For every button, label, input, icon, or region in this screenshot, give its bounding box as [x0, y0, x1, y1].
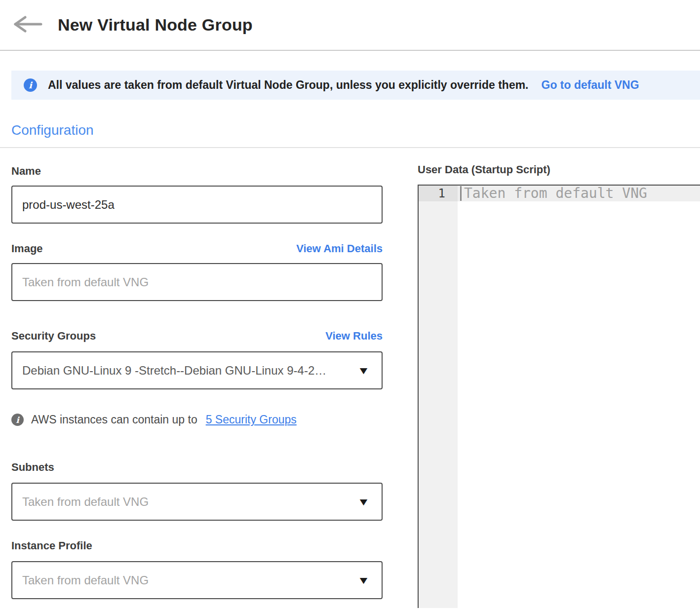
page-title: New Virtual Node Group	[58, 15, 253, 35]
security-groups-note: i AWS instances can contain up to 5 Secu…	[11, 413, 383, 426]
editor-placeholder-text: Taken from default VNG	[464, 186, 647, 201]
instance-profile-field: Instance Profile Taken from default VNG …	[11, 539, 383, 599]
chevron-down-icon: ▼	[357, 496, 370, 507]
chevron-down-icon: ▼	[357, 365, 370, 376]
image-input[interactable]	[11, 263, 383, 301]
back-button[interactable]	[11, 15, 43, 35]
security-groups-label: Security Groups	[11, 330, 96, 343]
info-banner: i All values are taken from default Virt…	[11, 71, 700, 100]
go-to-default-vng-link[interactable]: Go to default VNG	[542, 78, 639, 92]
form-left-column: Name Image View Ami Details Security Gro…	[11, 148, 383, 608]
subnets-dropdown[interactable]: Taken from default VNG ▼	[11, 483, 383, 521]
page-header: New Virtual Node Group	[0, 0, 700, 50]
image-label: Image	[11, 242, 43, 255]
chevron-down-icon: ▼	[357, 575, 370, 585]
view-ami-details-link[interactable]: View Ami Details	[296, 242, 383, 255]
instance-profile-label: Instance Profile	[11, 539, 383, 552]
configuration-form: Name Image View Ami Details Security Gro…	[0, 148, 700, 608]
subnets-placeholder: Taken from default VNG	[22, 495, 149, 509]
instance-profile-placeholder: Taken from default VNG	[22, 573, 149, 587]
security-groups-selected-value: Debian GNU-Linux 9 -Stretch--Debian GNU-…	[22, 364, 326, 378]
editor-line-number-gutter: 1	[419, 186, 458, 608]
user-data-label: User Data (Startup Script)	[418, 163, 700, 176]
instance-profile-dropdown[interactable]: Taken from default VNG ▼	[11, 561, 383, 599]
new-virtual-node-group-page: New Virtual Node Group i All values are …	[0, 0, 700, 610]
name-field: Name	[11, 165, 383, 224]
banner-message: All values are taken from default Virtua…	[48, 78, 529, 92]
name-label: Name	[11, 165, 383, 178]
security-groups-dropdown[interactable]: Debian GNU-Linux 9 -Stretch--Debian GNU-…	[11, 351, 383, 389]
form-right-column: User Data (Startup Script) 1 Taken from …	[418, 148, 700, 608]
editor-active-line: Taken from default VNG	[458, 186, 700, 201]
info-icon: i	[11, 414, 24, 426]
arrow-left-icon	[11, 14, 43, 36]
configuration-section-title: Configuration	[11, 122, 700, 138]
security-groups-note-text: AWS instances can contain up to	[31, 413, 197, 426]
text-cursor	[460, 186, 462, 201]
image-field: Image View Ami Details	[11, 242, 383, 301]
editor-line-number: 1	[419, 186, 458, 201]
user-data-editor[interactable]: 1 Taken from default VNG	[418, 185, 700, 608]
subnets-field: Subnets Taken from default VNG ▼	[11, 461, 383, 521]
security-groups-limit-link[interactable]: 5 Security Groups	[206, 413, 297, 426]
editor-code-area: Taken from default VNG	[458, 186, 700, 608]
security-groups-field: Security Groups View Rules Debian GNU-Li…	[11, 330, 383, 389]
header-divider	[0, 50, 700, 51]
name-input[interactable]	[11, 186, 383, 224]
view-rules-link[interactable]: View Rules	[325, 330, 383, 343]
subnets-label: Subnets	[11, 461, 383, 474]
info-icon: i	[24, 78, 37, 92]
